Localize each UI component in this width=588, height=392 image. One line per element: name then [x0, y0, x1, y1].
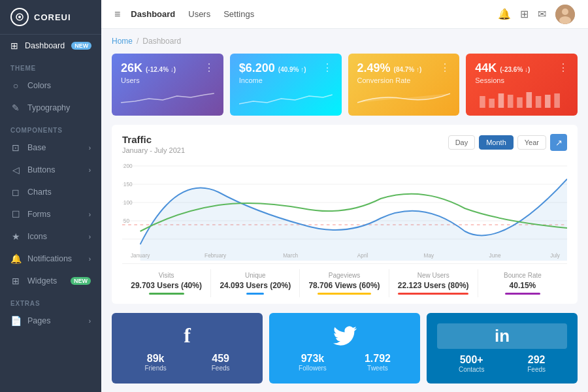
stats-bar-pageviews [318, 293, 370, 295]
topbar-icons: 🔔 ⊞ ✉ [498, 5, 575, 24]
linkedin-contacts-label: Contacts [459, 366, 484, 373]
stat-menu-income[interactable]: ⋮ [322, 61, 333, 74]
facebook-friends-value: 89k [144, 353, 166, 365]
facebook-feeds-value: 459 [212, 353, 230, 365]
twitter-followers-label: Followers [299, 365, 327, 372]
section-theme: THEME [0, 57, 101, 74]
sidebar-item-base[interactable]: ⊡ Base › [0, 137, 101, 159]
grid-icon[interactable]: ⊞ [520, 8, 529, 20]
stat-card-users: 26K (-12.4% ↓) Users ⋮ [112, 54, 223, 116]
sidebar-item-dashboard[interactable]: ⊞ Dashboard NEW [0, 35, 101, 57]
chart-action-button[interactable]: ↗ [550, 134, 567, 151]
linkedin-feeds-label: Feeds [527, 366, 546, 373]
stat-chart-income [239, 90, 333, 108]
sidebar-item-label: Forms [27, 210, 50, 219]
chart-btn-year[interactable]: Year [517, 135, 546, 150]
sidebar-item-charts[interactable]: ◻ Charts [0, 181, 101, 203]
svg-text:150: 150 [123, 181, 133, 188]
twitter-tweets-label: Tweets [365, 365, 391, 372]
svg-point-3 [562, 8, 568, 15]
topbar: ≡ Dashboard Users Settings 🔔 ⊞ ✉ [101, 0, 588, 29]
stats-cell-pageviews: Pageviews 78.706 Views (60%) [300, 269, 389, 297]
chevron-icon: › [89, 233, 91, 240]
stats-row: Visits 29.703 Users (40%) Unique 24.093 … [122, 263, 567, 297]
twitter-followers-value: 973k [299, 353, 327, 365]
facebook-feeds-label: Feeds [212, 365, 230, 372]
sidebar-item-label: Charts [27, 188, 52, 197]
sidebar-item-notifications[interactable]: 🔔 Notifications › [0, 248, 101, 270]
stat-label-sessions: Sessions [475, 76, 530, 84]
chevron-icon: › [89, 144, 91, 152]
chart-title-group: Traffic January - July 2021 [122, 134, 185, 154]
topbar-nav: Dashboard Users Settings [131, 9, 254, 19]
sidebar-item-widgets[interactable]: ⊞ Widgets NEW [0, 270, 101, 292]
stats-bar-newusers [398, 293, 468, 295]
stat-menu-sessions[interactable]: ⋮ [558, 61, 568, 74]
stats-cell-bouncerate: Bounce Rate 40.15% [478, 269, 567, 297]
svg-text:200: 200 [123, 163, 133, 169]
social-card-facebook: f 89k Friends 459 Feeds [112, 313, 263, 384]
stat-change-users: (-12.4% ↓) [146, 66, 176, 73]
traffic-chart-container: Traffic January - July 2021 Day Month Ye… [112, 125, 578, 304]
svg-text:100: 100 [123, 199, 133, 206]
facebook-stat-feeds: 459 Feeds [212, 353, 230, 372]
avatar[interactable] [555, 5, 575, 24]
stats-label-newusers: New Users [389, 272, 478, 279]
sidebar-item-colors[interactable]: ○ Colors [0, 74, 101, 97]
breadcrumb: Home / Dashboard [112, 37, 578, 46]
sidebar-item-label: Pages [27, 316, 50, 325]
sidebar-item-pages[interactable]: 📄 Pages › [0, 310, 101, 332]
topbar-nav-users[interactable]: Users [188, 9, 210, 19]
chevron-icon: › [89, 318, 91, 325]
svg-rect-8 [508, 95, 514, 108]
stats-cell-newusers: New Users 22.123 Users (80%) [389, 269, 478, 297]
sidebar-logo[interactable]: COREUI [0, 0, 101, 35]
stat-change-conversion: (84.7% ↑) [394, 66, 422, 73]
stat-chart-conversion [357, 90, 451, 108]
page-content: Home / Dashboard 26K (-12.4% ↓) Users ⋮ [101, 29, 588, 392]
sidebar-item-icons[interactable]: ★ Icons › [0, 225, 101, 248]
facebook-icon: f [122, 323, 252, 348]
sidebar-item-label: Buttons [27, 165, 55, 174]
stat-menu-users[interactable]: ⋮ [204, 61, 214, 74]
svg-text:50: 50 [123, 218, 129, 224]
topbar-nav-settings[interactable]: Settings [223, 9, 254, 19]
svg-rect-7 [498, 93, 504, 108]
stats-bar-unique [246, 293, 264, 295]
section-components: COMPONENTS [0, 119, 101, 137]
mail-icon[interactable]: ✉ [538, 8, 546, 20]
section-extras: EXTRAS [0, 292, 101, 310]
svg-point-1 [18, 16, 21, 18]
stats-label-visits: Visits [122, 272, 210, 279]
stat-value-income: $6.200 (40.9% ↑) [239, 61, 306, 75]
sidebar-item-forms[interactable]: ☐ Forms › [0, 203, 101, 225]
stat-menu-conversion[interactable]: ⋮ [440, 61, 450, 74]
svg-rect-9 [517, 97, 523, 108]
breadcrumb-current: Dashboard [142, 37, 181, 46]
badge-new-widgets: NEW [71, 277, 91, 285]
stats-cell-visits: Visits 29.703 Users (40%) [122, 269, 211, 297]
chevron-icon: › [89, 255, 91, 263]
chevron-icon: › [89, 211, 91, 218]
linkedin-stats: 500+ Contacts 292 Feeds [437, 354, 567, 373]
breadcrumb-home[interactable]: Home [112, 37, 133, 46]
dashboard-icon: ⊞ [10, 41, 18, 51]
linkedin-icon: in [437, 323, 567, 349]
sidebar-item-label: Widgets [27, 276, 57, 286]
stat-label-users: Users [121, 76, 176, 84]
sidebar-item-buttons[interactable]: ◁ Buttons › [0, 159, 101, 181]
stat-value-users: 26K (-12.4% ↓) [121, 61, 176, 75]
sidebar-item-typography[interactable]: ✎ Typography [0, 97, 101, 119]
linkedin-contacts-value: 500+ [459, 354, 484, 366]
stats-bar-visits [149, 293, 184, 295]
topbar-nav-dashboard[interactable]: Dashboard [131, 9, 175, 19]
buttons-icon: ◁ [10, 165, 21, 175]
stats-value-bouncerate: 40.15% [478, 281, 567, 290]
chart-btn-month[interactable]: Month [479, 135, 514, 150]
svg-rect-13 [555, 93, 561, 108]
svg-text:January: January [131, 252, 150, 259]
chart-btn-day[interactable]: Day [448, 135, 476, 150]
notification-bell-icon[interactable]: 🔔 [498, 8, 511, 20]
logo-icon [10, 8, 29, 26]
hamburger-button[interactable]: ≡ [114, 8, 120, 20]
